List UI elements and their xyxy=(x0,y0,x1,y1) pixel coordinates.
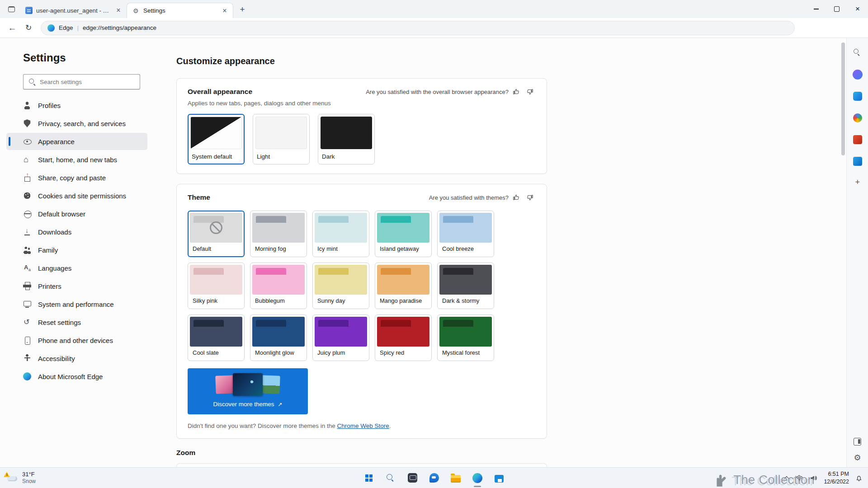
sidebar-item[interactable]: Privacy, search, and services xyxy=(6,115,147,132)
sidebar-app-button[interactable] xyxy=(850,67,865,82)
sidebar-item[interactable]: Reset settings xyxy=(6,314,147,331)
weather-widget[interactable]: 1 31°F Snow xyxy=(0,468,42,488)
theme-option[interactable]: Mango paradise xyxy=(375,263,432,309)
tab-actions-menu-icon[interactable] xyxy=(5,2,18,16)
maximize-button[interactable] xyxy=(826,0,847,18)
theme-swatch xyxy=(190,265,242,295)
minimize-icon xyxy=(814,9,819,9)
theme-option-label: Spicy red xyxy=(380,349,427,356)
theme-option[interactable]: Sunny day xyxy=(312,263,369,309)
sidebar-app-button[interactable] xyxy=(850,175,865,191)
browser-tab[interactable]: Settings × xyxy=(127,3,233,18)
weather-icon: 1 xyxy=(6,474,18,482)
search-input[interactable] xyxy=(40,79,135,85)
theme-option[interactable]: Juicy plum xyxy=(312,314,369,361)
sidebar-item[interactable]: Family xyxy=(6,241,147,258)
sidebar-item[interactable]: Cookies and site permissions xyxy=(6,187,147,204)
theme-option-label: Mango paradise xyxy=(380,297,427,304)
thumbs-up-icon[interactable] xyxy=(510,86,522,98)
theme-option[interactable]: Icy mint xyxy=(312,211,369,257)
sidebar-item[interactable]: Default browser xyxy=(6,205,147,222)
sidebar-item[interactable]: Start, home, and new tabs xyxy=(6,151,147,168)
toolbar-button[interactable] xyxy=(816,20,831,36)
theme-thumbnail-space xyxy=(233,373,263,396)
tab-close-icon[interactable]: × xyxy=(220,6,229,15)
taskbar-app-button[interactable] xyxy=(467,468,487,488)
toolbar-button[interactable] xyxy=(848,20,863,36)
toolbar-button[interactable] xyxy=(799,20,815,36)
address-bar[interactable]: Edge | edge://settings/appearance xyxy=(41,21,795,35)
sidebar-item[interactable]: Downloads xyxy=(6,223,147,240)
sidebar-item[interactable]: Share, copy and paste xyxy=(6,169,147,186)
sidebar-settings-icon[interactable] xyxy=(854,453,861,463)
taskbar-app-button[interactable] xyxy=(424,468,444,488)
theme-swatch xyxy=(377,265,429,295)
sidebar-item[interactable]: Printers xyxy=(6,277,147,295)
wifi-icon[interactable] xyxy=(795,470,804,486)
volume-icon[interactable] xyxy=(809,470,818,486)
discover-more-themes-button[interactable]: Discover more themes ↗ xyxy=(188,368,308,414)
theme-swatch-tab xyxy=(318,268,349,275)
appearance-option[interactable]: System default xyxy=(188,114,245,164)
taskbar-app-button[interactable] xyxy=(381,468,401,488)
edge-icon xyxy=(472,473,482,483)
sidebar-app-button[interactable] xyxy=(850,45,865,61)
theme-swatch xyxy=(252,265,305,295)
sidebar-app-button[interactable] xyxy=(850,154,865,169)
theme-option[interactable]: Cool slate xyxy=(188,314,245,361)
theme-option[interactable]: Island getaway xyxy=(375,211,432,257)
sidebar-item[interactable]: Accessibility xyxy=(6,350,147,367)
new-tab-button[interactable]: + xyxy=(236,3,249,16)
taskbar-app-button[interactable] xyxy=(446,468,466,488)
sidebar-item[interactable]: About Microsoft Edge xyxy=(6,368,147,385)
theme-swatch-tab xyxy=(318,320,349,327)
scrollbar-thumb[interactable] xyxy=(841,42,845,155)
theme-option[interactable]: Dark & stormy xyxy=(437,263,494,309)
appearance-option[interactable]: Dark xyxy=(318,114,375,164)
back-icon[interactable] xyxy=(5,20,20,36)
taskbar-app-button[interactable] xyxy=(402,468,422,488)
minimize-button[interactable] xyxy=(806,0,826,18)
sidebar-item[interactable]: Phone and other devices xyxy=(6,332,147,349)
thumbs-down-icon[interactable] xyxy=(524,86,536,98)
theme-option[interactable]: Morning fog xyxy=(250,211,307,257)
taskbar-app-button[interactable] xyxy=(359,468,379,488)
theme-option[interactable]: Spicy red xyxy=(375,314,432,361)
theme-swatch xyxy=(377,317,429,347)
theme-option[interactable]: Default xyxy=(188,211,245,257)
chrome-web-store-link[interactable]: Chrome Web Store xyxy=(337,422,389,429)
theme-option[interactable]: Silky pink xyxy=(188,263,245,309)
sidebar-item[interactable]: Languages xyxy=(6,259,147,277)
panel-expand-icon[interactable] xyxy=(854,438,861,446)
sidebar-app-button[interactable] xyxy=(850,132,865,147)
theme-option[interactable]: Mystical forest xyxy=(437,314,494,361)
taskbar-app-button[interactable] xyxy=(489,468,509,488)
window-controls: × xyxy=(806,0,868,18)
site-chip: Edge xyxy=(59,24,73,31)
refresh-icon[interactable] xyxy=(21,20,36,36)
theme-option[interactable]: Moonlight glow xyxy=(250,314,307,361)
toolbar-button[interactable] xyxy=(832,20,847,36)
clock-date: 12/6/2022 xyxy=(824,478,849,486)
browser-tab[interactable]: user-agent.user_agent - The Coll × xyxy=(20,3,127,18)
sidebar-item[interactable]: Profiles xyxy=(6,97,147,114)
sidebar-item-label: Default browser xyxy=(38,210,85,218)
appearance-option[interactable]: Light xyxy=(253,114,310,164)
sidebar-app-button[interactable] xyxy=(850,89,865,104)
tab-close-icon[interactable]: × xyxy=(114,6,123,15)
theme-swatch-tab xyxy=(256,216,286,223)
taskbar-clock[interactable]: 6:51 PM 12/6/2022 xyxy=(824,470,849,486)
theme-option[interactable]: Bubblegum xyxy=(250,263,307,309)
theme-option[interactable]: Cool breeze xyxy=(437,211,494,257)
page-scrollbar[interactable] xyxy=(840,38,846,467)
chevron-up-icon[interactable] xyxy=(784,470,789,486)
sidebar-app-button[interactable] xyxy=(850,110,865,126)
settings-search-box[interactable] xyxy=(23,74,140,89)
bell-icon[interactable] xyxy=(854,470,863,486)
sidebar-item[interactable]: System and performance xyxy=(6,296,147,313)
close-button[interactable]: × xyxy=(847,0,868,18)
thumbs-down-icon[interactable] xyxy=(524,192,536,203)
url-text: edge://settings/appearance xyxy=(83,24,156,31)
thumbs-up-icon[interactable] xyxy=(510,192,522,203)
sidebar-item[interactable]: Appearance xyxy=(6,133,147,150)
